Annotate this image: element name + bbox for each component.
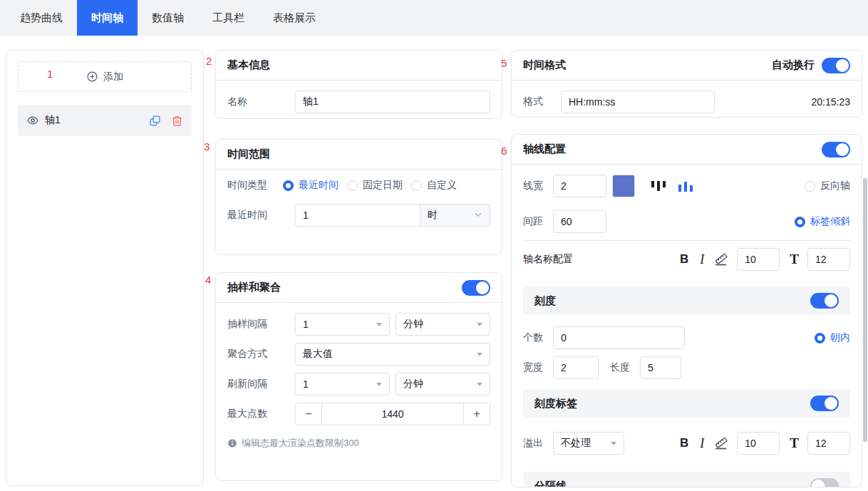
refresh-interval-select[interactable]: 1	[295, 373, 390, 396]
caret-down-icon	[477, 353, 482, 356]
line-width-input[interactable]	[553, 175, 606, 197]
axis-name-input[interactable]	[295, 91, 490, 113]
caret-down-icon	[477, 383, 482, 386]
radio-recent-time[interactable]	[283, 180, 294, 191]
annotation-5: 5	[501, 57, 507, 69]
italic-icon[interactable]: I	[700, 436, 704, 451]
annotation-4: 4	[205, 274, 211, 286]
basic-info-title: 基本信息	[227, 58, 270, 72]
tick-labels-toggle[interactable]	[810, 396, 839, 411]
bars-top-style-icon[interactable]	[651, 180, 666, 192]
radio-reverse-axis[interactable]	[805, 181, 815, 192]
axis-name-size-input[interactable]	[807, 248, 850, 271]
recent-time-label: 最近时间	[227, 209, 295, 222]
annotation-6: 6	[501, 145, 507, 157]
axis-line-toggle[interactable]	[822, 142, 850, 157]
max-points-value[interactable]: 1440	[321, 403, 464, 425]
name-label: 名称	[227, 95, 295, 108]
caret-down-icon	[376, 383, 382, 386]
axis-list-item[interactable]: 轴1	[18, 105, 192, 136]
sampling-title: 抽样和聚合	[227, 281, 281, 294]
reverse-axis-label[interactable]: 反向轴	[820, 180, 850, 192]
sample-unit-select[interactable]: 分钟	[396, 313, 490, 336]
gap-label: 间距	[523, 215, 543, 228]
annotation-2: 2	[206, 55, 212, 67]
stepper-plus-button[interactable]: +	[464, 403, 490, 425]
axis-name-config-label: 轴名称配置	[523, 253, 573, 266]
overflow-value: 不处理	[561, 437, 606, 450]
sample-interval-label: 抽样间隔	[227, 318, 289, 331]
delete-axis-icon[interactable]	[171, 115, 183, 127]
line-color-swatch[interactable]	[612, 175, 635, 197]
tick-label-size-input[interactable]	[807, 432, 850, 455]
stepper-minus-button[interactable]: −	[296, 403, 321, 425]
gap-input[interactable]	[553, 210, 606, 233]
aggregate-label: 聚合方式	[227, 348, 295, 361]
tab-toolbar[interactable]: 工具栏	[198, 0, 259, 36]
axis-name-rotate-input[interactable]	[737, 248, 780, 271]
sample-interval-select[interactable]: 1	[295, 313, 390, 336]
tab-time-axis[interactable]: 时间轴	[77, 0, 138, 36]
bold-icon[interactable]: B	[680, 252, 688, 267]
overflow-select[interactable]: 不处理	[553, 432, 624, 455]
bar-chart-style-icon[interactable]	[678, 180, 693, 192]
tick-count-input[interactable]	[553, 326, 685, 349]
rotate-ruler-icon[interactable]	[714, 252, 728, 267]
copy-axis-icon[interactable]	[149, 115, 161, 127]
radio-recent-time-label[interactable]: 最近时间	[299, 179, 339, 192]
axis-item-name: 轴1	[45, 114, 61, 127]
tick-length-label: 长度	[610, 361, 630, 374]
autowrap-toggle[interactable]	[822, 58, 850, 73]
tab-table-display[interactable]: 表格展示	[259, 0, 330, 36]
tab-bar: 趋势曲线 时间轴 数值轴 工具栏 表格展示	[0, 0, 868, 36]
radio-tick-inward[interactable]	[815, 333, 825, 343]
tick-labels-section-bar: 刻度标签	[523, 389, 850, 418]
sample-interval-value: 1	[303, 319, 372, 330]
recent-time-unit-select[interactable]: 时	[420, 204, 490, 227]
radio-label-tilt[interactable]	[795, 217, 805, 227]
tick-inward-label[interactable]: 朝内	[830, 331, 850, 344]
rotate-ruler-icon[interactable]	[714, 436, 728, 450]
bold-icon[interactable]: B	[680, 436, 688, 450]
radio-custom-label[interactable]: 自定义	[427, 179, 457, 192]
split-line-section-bar: 分隔线	[523, 472, 850, 487]
tab-trend-curve[interactable]: 趋势曲线	[6, 0, 77, 36]
refresh-unit-select[interactable]: 分钟	[396, 373, 490, 396]
sampling-card: 抽样和聚合 抽样间隔 1 分钟 聚合方式 最大值	[215, 272, 502, 481]
italic-icon[interactable]: I	[700, 252, 704, 267]
sample-unit-value: 分钟	[403, 318, 472, 331]
info-icon	[227, 438, 237, 448]
recent-time-value-input[interactable]	[295, 204, 420, 227]
line-width-label: 线宽	[523, 180, 543, 192]
sampling-toggle[interactable]	[462, 280, 490, 296]
text-size-icon[interactable]: T	[790, 252, 799, 267]
caret-down-icon	[477, 323, 482, 326]
refresh-interval-label: 刷新间隔	[227, 378, 289, 391]
format-input[interactable]	[561, 91, 715, 113]
axis-line-card: 轴线配置 线宽 反向轴 间距 标签倾	[511, 134, 862, 487]
visibility-eye-icon[interactable]	[26, 114, 39, 127]
radio-fixed-date-label[interactable]: 固定日期	[363, 179, 403, 192]
time-format-title: 时间格式	[523, 58, 566, 72]
aggregate-select[interactable]: 最大值	[295, 343, 490, 366]
label-tilt-label[interactable]: 标签倾斜	[810, 215, 850, 228]
text-size-icon[interactable]: T	[790, 435, 799, 451]
caret-down-icon	[376, 323, 382, 326]
add-axis-button[interactable]: 添加	[18, 61, 192, 92]
annotation-3: 3	[204, 140, 210, 153]
annotation-1: 1	[47, 68, 53, 80]
ticks-title: 刻度	[534, 294, 556, 308]
split-line-toggle[interactable]	[810, 478, 839, 487]
tick-width-input[interactable]	[553, 356, 599, 379]
vertical-scrollbar-thumb[interactable]	[863, 178, 867, 442]
radio-fixed-date[interactable]	[347, 180, 358, 191]
tick-length-input[interactable]	[640, 356, 681, 379]
ticks-section-bar: 刻度	[523, 286, 850, 315]
radio-custom[interactable]	[411, 180, 422, 191]
tab-value-axis[interactable]: 数值轴	[138, 0, 198, 36]
ticks-toggle[interactable]	[810, 293, 839, 309]
axis-list-panel: 添加 轴1	[6, 50, 204, 486]
tick-label-rotate-input[interactable]	[737, 432, 780, 455]
basic-info-card: 基本信息 名称	[215, 50, 502, 119]
max-points-label: 最大点数	[227, 408, 295, 420]
